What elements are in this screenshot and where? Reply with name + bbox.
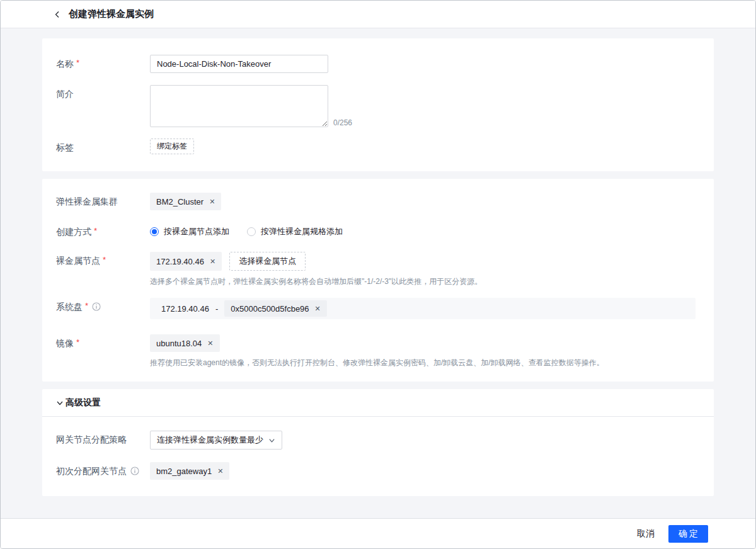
advanced-settings-toggle[interactable]: 高级设置 [42, 389, 714, 417]
intro-textarea[interactable] [150, 85, 328, 127]
page-header: 创建弹性裸金属实例 [1, 1, 755, 28]
remove-gateway-tag-icon[interactable]: ✕ [217, 468, 223, 475]
gateway-policy-row: 网关节点分配策略 连接弹性裸金属实例数量最少 [56, 431, 696, 450]
create-instance-page: 创建弹性裸金属实例 名称 * 简介 [0, 0, 756, 549]
initial-gateway-row: 初次分配网关节点 bm2_gateway1 ✕ [56, 462, 696, 480]
required-asterisk: * [85, 302, 88, 310]
required-asterisk: * [103, 256, 106, 264]
select-node-button[interactable]: 选择裸金属节点 [229, 252, 306, 271]
node-helper-text: 选择多个裸金属节点时，弹性裸金属实例名称将会自动增加后缀"-1/-2/-3"以此… [150, 276, 696, 287]
system-disk-separator: - [215, 304, 218, 314]
confirm-button[interactable]: 确定 [668, 525, 708, 543]
cancel-button[interactable]: 取消 [637, 528, 655, 540]
back-icon[interactable] [51, 8, 64, 21]
name-label: 名称 * [56, 55, 150, 72]
radio-by-node[interactable]: 按裸金属节点添加 [150, 226, 229, 237]
image-label: 镜像 * [56, 334, 150, 352]
bind-tag-button[interactable]: 绑定标签 [150, 139, 194, 154]
initial-gateway-info-icon[interactable] [130, 467, 139, 475]
system-disk-tag: 0x5000c500d5fcbe96 ✕ [224, 300, 327, 317]
cluster-row: 弹性裸金属集群 BM2_Cluster ✕ [56, 193, 696, 210]
create-mode-row: 创建方式 * 按裸金属节点添加 按弹性裸金属规格添加 [56, 223, 696, 241]
system-disk-label: 系统盘 * [56, 298, 150, 315]
chevron-down-icon [268, 437, 275, 444]
initial-gateway-label: 初次分配网关节点 [56, 462, 150, 480]
intro-label: 简介 [56, 85, 150, 103]
required-asterisk: * [76, 59, 79, 67]
cluster-label: 弹性裸金属集群 [56, 193, 150, 210]
gateway-policy-label: 网关节点分配策略 [56, 431, 150, 448]
advanced-settings-card: 高级设置 网关节点分配策略 连接弹性裸金属实例数量最少 [42, 389, 714, 496]
chevron-down-icon [56, 399, 64, 407]
remove-node-tag-icon[interactable]: ✕ [210, 258, 215, 265]
gateway-policy-value: 连接弹性裸金属实例数量最少 [157, 434, 263, 446]
remove-cluster-tag-icon[interactable]: ✕ [209, 198, 215, 205]
radio-icon [247, 227, 256, 236]
node-label: 裸金属节点 * [56, 252, 150, 269]
radio-icon [150, 227, 159, 236]
intro-row: 简介 0/256 [56, 85, 696, 127]
node-tag: 172.19.40.46 ✕ [150, 252, 222, 271]
radio-by-spec[interactable]: 按弹性裸金属规格添加 [247, 226, 343, 237]
initial-gateway-tag: bm2_gateway1 ✕ [150, 462, 229, 480]
basic-info-card: 名称 * 简介 0/256 [42, 38, 714, 171]
remove-image-tag-icon[interactable]: ✕ [207, 340, 213, 347]
instance-config-card: 弹性裸金属集群 BM2_Cluster ✕ 创建方式 * [42, 179, 714, 382]
required-asterisk: * [76, 338, 79, 346]
image-row: 镜像 * ubuntu18.04 ✕ 推荐使用已安装agent的镜像，否则无法执… [56, 334, 696, 368]
system-disk-row: 系统盘 * 172.19.40.46 - [56, 298, 696, 319]
system-disk-info-icon[interactable] [92, 302, 101, 311]
name-input[interactable] [150, 55, 328, 73]
gateway-policy-select[interactable]: 连接弹性裸金属实例数量最少 [150, 431, 282, 450]
create-mode-label: 创建方式 * [56, 223, 150, 241]
char-counter: 0/256 [333, 118, 352, 127]
tags-label: 标签 [56, 139, 150, 156]
remove-disk-tag-icon[interactable]: ✕ [315, 305, 321, 312]
required-asterisk: * [94, 227, 97, 235]
system-disk-node-ip: 172.19.40.46 [161, 304, 209, 314]
cluster-tag: BM2_Cluster ✕ [150, 193, 221, 210]
image-tag: ubuntu18.04 ✕ [150, 334, 220, 352]
form-body: 名称 * 简介 0/256 [1, 28, 755, 518]
image-helper-text: 推荐使用已安装agent的镜像，否则无法执行打开控制台、修改弹性裸金属实例密码、… [150, 358, 696, 368]
page-footer: 取消 确定 [1, 518, 755, 548]
system-disk-bar: 172.19.40.46 - 0x5000c500d5fcbe96 ✕ [150, 298, 696, 319]
node-row: 裸金属节点 * 172.19.40.46 ✕ 选择裸金属节点 选择多个裸金属节点… [56, 252, 696, 287]
advanced-settings-title: 高级设置 [66, 397, 101, 409]
tags-row: 标签 绑定标签 [56, 139, 696, 156]
page-title: 创建弹性裸金属实例 [69, 8, 154, 20]
name-row: 名称 * [56, 55, 696, 73]
